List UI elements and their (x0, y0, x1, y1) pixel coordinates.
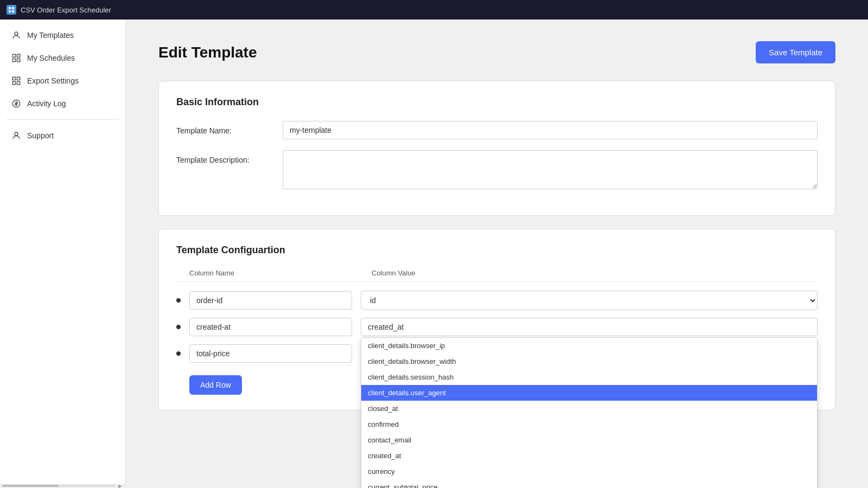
svg-rect-7 (12, 59, 15, 62)
page-header: Edit Template Save Template (158, 41, 835, 63)
sidebar-item-support[interactable]: Support (2, 125, 123, 146)
row-bullet-2 (176, 325, 181, 329)
person-icon (11, 30, 22, 41)
sidebar-item-label: My Templates (27, 31, 74, 40)
main-content: Edit Template Save Template Basic Inform… (126, 20, 868, 488)
svg-rect-8 (17, 59, 20, 62)
dropdown-item[interactable]: confirmed (361, 416, 817, 432)
dropdown-item[interactable]: current_subtotal_price (361, 479, 817, 488)
svg-rect-0 (9, 7, 11, 9)
dropdown-item[interactable]: created_at (361, 448, 817, 464)
config-row-2: created_at client_details.browser_ipclie… (176, 318, 818, 336)
sidebar-divider (7, 119, 119, 120)
sidebar-item-label: My Schedules (27, 54, 75, 62)
template-name-label: Template Name: (176, 121, 274, 135)
scrollbar-thumb (2, 485, 59, 487)
dollar-icon (11, 98, 22, 109)
dropdown-item[interactable]: closed_at (361, 401, 817, 416)
config-name-input-2[interactable] (189, 318, 352, 336)
config-value-select-2[interactable]: created_at (361, 318, 818, 336)
svg-rect-6 (17, 54, 20, 57)
config-row-1: id (176, 291, 818, 310)
dropdown-overlay[interactable]: client_details.browser_ipclient_details.… (361, 337, 818, 488)
template-description-label: Template Description: (176, 150, 274, 164)
dropdown-item[interactable]: client_details.user_agent (361, 385, 817, 401)
svg-rect-11 (12, 82, 15, 85)
svg-rect-10 (17, 77, 20, 80)
select-wrapper-2: created_at client_details.browser_ipclie… (361, 318, 818, 336)
app-layout: My Templates My Schedules Export Setting… (0, 20, 868, 488)
svg-rect-1 (12, 7, 14, 9)
sidebar-item-label: Support (27, 131, 54, 140)
add-row-button[interactable]: Add Row (189, 375, 242, 395)
svg-rect-2 (9, 10, 11, 12)
dropdown-item[interactable]: client_details.browser_width (361, 354, 817, 369)
svg-rect-3 (12, 10, 14, 12)
sidebar-item-my-schedules[interactable]: My Schedules (2, 47, 123, 69)
basic-information-title: Basic Information (176, 97, 818, 108)
app-icon (7, 5, 16, 15)
grid-icon-export (11, 75, 22, 86)
basic-information-card: Basic Information Template Name: Templat… (158, 81, 835, 216)
svg-point-14 (15, 132, 18, 136)
svg-rect-5 (12, 54, 15, 57)
sidebar-item-export-settings[interactable]: Export Settings (2, 70, 123, 92)
dropdown-item[interactable]: currency (361, 464, 817, 479)
svg-rect-12 (17, 82, 20, 85)
template-name-row: Template Name: (176, 121, 818, 139)
sidebar-scrollbar[interactable]: ► (0, 484, 125, 488)
scrollbar-track (2, 485, 115, 487)
dropdown-item[interactable]: client_details.session_hash (361, 369, 817, 385)
save-template-button[interactable]: Save Template (756, 41, 835, 63)
template-configuration-title: Template Configuartion (176, 245, 818, 256)
svg-rect-9 (12, 77, 15, 80)
template-name-input[interactable] (283, 121, 818, 139)
sidebar: My Templates My Schedules Export Setting… (0, 20, 126, 488)
sidebar-item-my-templates[interactable]: My Templates (2, 24, 123, 46)
config-name-input-1[interactable] (189, 291, 352, 310)
sidebar-item-activity-log[interactable]: Activity Log (2, 93, 123, 114)
template-description-input[interactable] (283, 150, 818, 189)
page-title: Edit Template (158, 44, 257, 61)
topbar: CSV Order Export Scheduler (0, 0, 868, 20)
app-title: CSV Order Export Scheduler (21, 6, 111, 14)
row-bullet-3 (176, 351, 181, 356)
grid-icon-schedules (11, 53, 22, 63)
config-header: Column Name Column Value (176, 269, 818, 282)
template-description-row: Template Description: (176, 150, 818, 189)
template-configuration-card: Template Configuartion Column Name Colum… (158, 229, 835, 410)
person-icon-support (11, 130, 22, 141)
column-name-header: Column Name (189, 269, 363, 277)
sidebar-item-label: Export Settings (27, 76, 79, 85)
sidebar-item-label: Activity Log (27, 99, 66, 108)
config-name-input-3[interactable] (189, 344, 352, 363)
dropdown-item[interactable]: contact_email (361, 432, 817, 448)
dropdown-item[interactable]: client_details.browser_ip (361, 338, 817, 354)
config-value-select-1[interactable]: id (361, 291, 818, 310)
row-bullet-1 (176, 298, 181, 303)
column-value-header: Column Value (372, 269, 818, 277)
svg-point-4 (15, 32, 18, 35)
